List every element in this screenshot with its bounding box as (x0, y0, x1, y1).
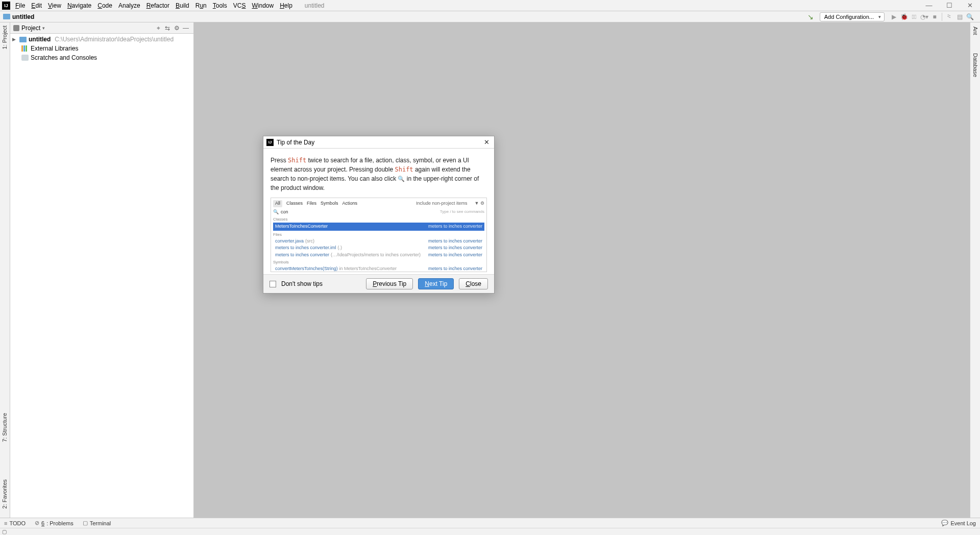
kbd-shift: Shift (395, 166, 413, 173)
kbd-shift: Shift (288, 157, 306, 164)
previous-tip-button[interactable]: Previous Tip (366, 278, 413, 289)
dialog-body: Press Shift twice to search for a file, … (263, 149, 494, 275)
app-icon: IJ (266, 139, 274, 146)
dialog-close-icon[interactable]: ✕ (482, 138, 491, 146)
next-tip-button[interactable]: Next Tip (418, 278, 454, 289)
search-icon: 🔍 (398, 176, 405, 182)
dialog-titlebar: IJ Tip of the Day ✕ (263, 136, 494, 149)
dont-show-tips-label[interactable]: Don't show tips (281, 280, 323, 287)
dialog-footer: Don't show tips Previous Tip Next Tip Cl… (263, 275, 494, 293)
dont-show-tips-checkbox[interactable] (270, 281, 276, 287)
dialog-title: Tip of the Day (277, 139, 314, 146)
tip-of-the-day-dialog: IJ Tip of the Day ✕ Press Shift twice to… (263, 136, 495, 294)
close-button[interactable]: Close (459, 278, 488, 289)
tip-illustration: All Classes Files Symbols Actions Includ… (271, 198, 487, 272)
